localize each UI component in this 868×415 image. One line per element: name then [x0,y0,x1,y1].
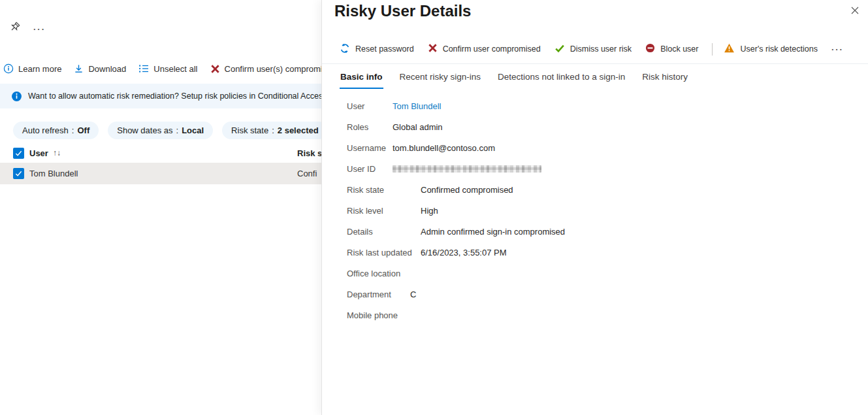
field-value: Global admin [393,122,443,132]
field-label: Username [347,143,393,153]
pin-icon [8,24,20,35]
user-link[interactable]: Tom Blundell [393,101,441,111]
filter-value: Off [77,125,89,135]
column-user[interactable]: User ↑↓ [29,148,61,158]
filter-separator: : [176,125,179,135]
column-risk-state: Risk s [297,148,321,158]
field-value: C [410,290,416,299]
filter-value: 2 selected [278,125,319,135]
sort-icon: ↑↓ [53,148,61,158]
filter-auto-refresh[interactable]: Auto refresh : Off [13,122,99,139]
dismiss-user-risk-label: Dismiss user risk [570,44,632,54]
filter-separator: : [72,125,74,135]
filter-label: Show dates as [117,125,172,135]
field-roles: Roles Global admin [347,116,565,137]
field-label: User ID [347,164,393,174]
field-mobile-phone: Mobile phone [347,305,565,325]
info-banner: Want to allow automatic risk remediation… [0,84,321,108]
learn-more-button[interactable]: Learn more [3,63,61,74]
pin-button[interactable] [8,22,20,36]
field-label: Risk state [347,185,421,195]
field-risk-level: Risk level High [347,200,565,221]
green-check-icon [555,43,565,56]
field-office-location: Office location [347,263,565,284]
row-checkbox[interactable] [13,168,24,179]
close-icon [850,5,860,18]
filter-show-dates-as[interactable]: Show dates as : Local [108,122,213,139]
filter-separator: : [272,125,274,135]
tab-detections-not-linked[interactable]: Detections not linked to a sign-in [497,71,626,89]
field-label: Department [347,290,410,299]
unselect-list-icon [138,63,149,74]
field-user: User Tom Blundell [347,95,565,116]
field-department: Department C [347,284,565,305]
download-icon [74,64,84,74]
page-more-button[interactable]: ··· [33,25,46,33]
field-risk-last-updated: Risk last updated 6/16/2023, 3:55:07 PM [347,242,565,263]
confirm-user-compromised-button[interactable]: Confirm user compromised [428,43,541,55]
filter-label: Auto refresh [22,125,69,135]
panel-title: Risky User Details [334,0,471,22]
info-outline-icon [3,63,14,74]
risk-detections-button[interactable]: User's risk detections [724,43,817,55]
user-id-redacted-value [393,165,541,173]
banner-text: Want to allow automatic risk remediation… [28,91,321,101]
basic-info-fields: User Tom Blundell Roles Global admin Use… [347,95,565,325]
block-icon [645,43,655,55]
risk-detections-label: User's risk detections [740,44,817,54]
field-label: Details [347,227,421,237]
block-user-button[interactable]: Block user [645,43,698,55]
red-x-icon [210,64,220,74]
download-button[interactable]: Download [74,64,126,74]
field-risk-state: Risk state Confirmed compromised [347,179,565,200]
learn-more-label: Learn more [18,64,61,74]
info-filled-icon [11,91,22,102]
close-button[interactable] [849,6,861,18]
reset-password-button[interactable]: Reset password [340,43,414,56]
filter-label: Risk state [231,125,268,135]
field-value: 6/16/2023, 3:55:07 PM [421,248,507,257]
unselect-all-button[interactable]: Unselect all [138,63,197,74]
download-label: Download [88,64,126,74]
confirm-compromised-button[interactable]: Confirm user(s) compromis [210,64,321,74]
tab-basic-info[interactable]: Basic info [340,71,383,89]
field-label: Risk last updated [347,248,421,257]
field-label: Office location [347,269,410,278]
refresh-icon [340,43,350,56]
red-x-icon [428,43,438,55]
toolbar-divider [712,43,713,56]
filter-risk-state[interactable]: Risk state : 2 selected [222,122,321,139]
field-label: User [347,101,393,111]
block-user-label: Block user [660,44,698,54]
list-toolbar: Learn more Download Unselect all Confirm… [3,61,321,76]
field-details: Details Admin confirmed sign-in compromi… [347,221,565,242]
unselect-all-label: Unselect all [153,64,197,74]
row-risk-state: Confi [297,169,317,178]
filter-bar: Auto refresh : Off Show dates as : Local… [13,122,321,139]
field-value: High [421,206,438,216]
risky-user-details-panel: Risky User Details Reset password Confir… [321,0,868,415]
table-row[interactable]: Tom Blundell Confi [0,163,321,184]
field-value: tom.blundell@contoso.com [393,143,495,153]
field-username: Username tom.blundell@contoso.com [347,137,565,158]
panel-more-button[interactable]: ··· [831,45,844,54]
dismiss-user-risk-button[interactable]: Dismiss user risk [555,43,632,56]
select-all-checkbox[interactable] [13,148,24,159]
panel-toolbar: Reset password Confirm user compromised … [340,40,844,58]
field-label: Mobile phone [347,310,410,320]
toolbar-separator-line [322,63,868,64]
page-header-icons: ··· [8,22,46,35]
filter-value: Local [182,125,204,135]
field-user-id: User ID [347,158,565,179]
field-label: Roles [347,122,393,132]
column-user-label: User [29,148,48,158]
risky-users-page: ··· Learn more Download Unselect all Con… [0,0,321,415]
table-header: User ↑↓ Risk s [0,143,321,163]
field-label: Risk level [347,206,421,216]
field-value: Admin confirmed sign-in compromised [421,227,565,237]
confirm-compromised-label: Confirm user(s) compromis [225,64,321,74]
tab-recent-risky-sign-ins[interactable]: Recent risky sign-ins [399,71,482,89]
row-user-name: Tom Blundell [29,169,78,178]
field-value: Confirmed compromised [421,185,513,195]
tab-risk-history[interactable]: Risk history [641,71,688,89]
